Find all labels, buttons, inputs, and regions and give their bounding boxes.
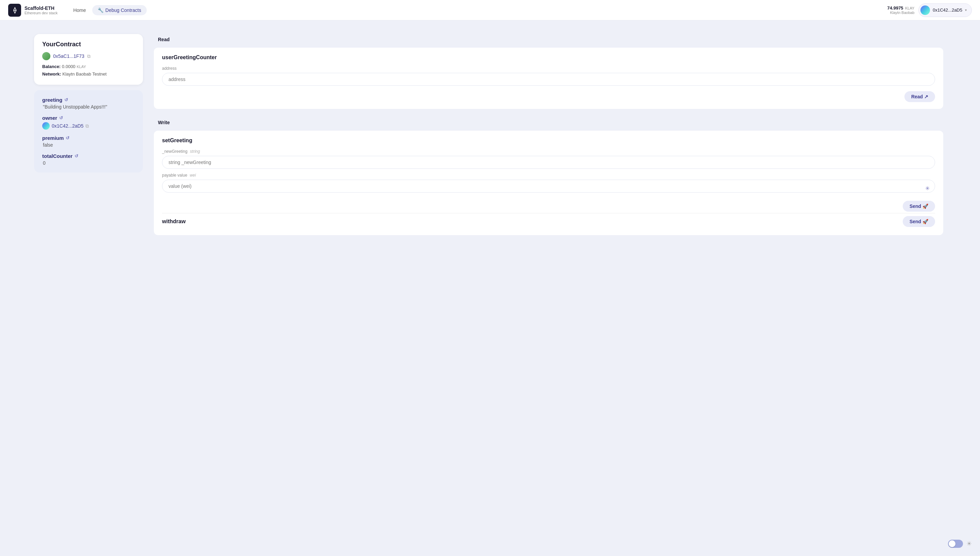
fn-address-param-label: address <box>162 66 935 71</box>
contract-balance: 0.0000 <box>62 64 76 69</box>
refresh-greeting-icon[interactable]: ↺ <box>64 97 68 102</box>
write-section: Write setGreeting _newGreeting string pa… <box>151 117 946 238</box>
copy-owner-icon[interactable]: ⧉ <box>86 123 89 129</box>
state-premium: premium ↺ false <box>42 135 135 148</box>
network-label: Network: <box>42 71 61 76</box>
total-counter-value: 0 <box>42 160 135 166</box>
fn-param2-label: payable value wei <box>162 173 935 178</box>
state-card: greeting ↺ "Building Unstoppable Apps!!!… <box>34 90 143 173</box>
send-btn-row: Send 🚀 <box>162 201 935 212</box>
write-tab-bar: Write <box>151 117 946 128</box>
write-tab[interactable]: Write <box>151 117 177 128</box>
header-right: 74.9975 KLAY Klaytn Baobab 0x1C42...2aD5… <box>888 3 972 17</box>
asterisk-icon: ✳ <box>925 185 930 192</box>
param1-type: string <box>190 149 200 154</box>
read-tab-bar: Read <box>151 34 946 45</box>
dark-mode-toggle[interactable] <box>948 540 963 548</box>
wallet-button[interactable]: 0x1C42...2aD5 ▾ <box>919 3 972 17</box>
left-panel: YourContract 0x5aC1...1F73 ⧉ Balance: 0.… <box>34 20 143 542</box>
owner-address: 0x1C42...2aD5 <box>52 123 83 129</box>
main-layout: YourContract 0x5aC1...1F73 ⧉ Balance: 0.… <box>0 0 980 556</box>
address-input[interactable] <box>162 73 935 86</box>
right-panel: Read userGreetingCounter address Read ↗ … <box>151 20 946 542</box>
withdraw-name: withdraw <box>162 218 186 225</box>
read-section: Read userGreetingCounter address Read ↗ <box>151 34 946 112</box>
owner-address-row: 0x1C42...2aD5 ⧉ <box>42 122 135 129</box>
premium-value: false <box>42 142 135 148</box>
logo-text: Scaffold-ETH Ethereum dev stack <box>24 5 58 15</box>
contract-card: YourContract 0x5aC1...1F73 ⧉ Balance: 0.… <box>34 34 143 85</box>
app-title: Scaffold-ETH <box>24 5 58 11</box>
withdraw-send-button[interactable]: Send 🚀 <box>903 216 935 227</box>
total-counter-label: totalCounter <box>42 153 73 159</box>
new-greeting-input[interactable] <box>162 156 935 169</box>
balance-info: 74.9975 KLAY Klaytn Baobab <box>888 5 915 15</box>
fn-user-greeting-counter-name: userGreetingCounter <box>162 55 935 61</box>
divider <box>162 213 935 213</box>
withdraw-row: withdraw Send 🚀 <box>162 215 935 228</box>
read-button[interactable]: Read ↗ <box>904 91 935 102</box>
contract-title: YourContract <box>42 41 135 48</box>
write-section-card: setGreeting _newGreeting string payable … <box>151 128 946 238</box>
contract-meta: Balance: 0.0000 KLAY Network: Klaytn Bao… <box>42 63 135 78</box>
wallet-avatar <box>920 5 930 15</box>
copy-icon[interactable]: ⧉ <box>87 53 91 59</box>
premium-label: premium <box>42 135 64 141</box>
network-value: Klaytn Baobab Testnet <box>62 71 107 76</box>
fn-set-greeting-name: setGreeting <box>162 137 935 144</box>
refresh-premium-icon[interactable]: ↺ <box>66 136 70 141</box>
send-greeting-button[interactable]: Send 🚀 <box>903 201 935 212</box>
sun-icon[interactable]: ☀ <box>966 540 972 548</box>
contract-address-row: 0x5aC1...1F73 ⧉ <box>42 52 135 60</box>
contract-balance-unit: KLAY <box>77 65 86 69</box>
debug-icon: 🔧 <box>98 8 103 13</box>
payable-wrapper: ✳ <box>162 179 935 197</box>
contract-avatar <box>42 52 50 60</box>
nav-debug-button[interactable]: 🔧 Debug Contracts <box>92 5 147 15</box>
header: ⟠ Scaffold-ETH Ethereum dev stack Home 🔧… <box>0 0 980 20</box>
greeting-label: greeting <box>42 97 62 103</box>
owner-label: owner <box>42 115 57 121</box>
wallet-address: 0x1C42...2aD5 <box>933 8 962 13</box>
param2-type: wei <box>189 173 196 178</box>
read-section-card: userGreetingCounter address Read ↗ <box>151 45 946 112</box>
debug-label: Debug Contracts <box>105 8 141 13</box>
payable-value-input[interactable] <box>162 179 935 192</box>
logo-area: ⟠ Scaffold-ETH Ethereum dev stack <box>8 4 58 17</box>
app-subtitle: Ethereum dev stack <box>24 11 58 15</box>
read-tab[interactable]: Read <box>151 34 176 45</box>
logo-icon: ⟠ <box>8 4 21 17</box>
balance-amount: 74.9975 <box>888 5 903 11</box>
state-total-counter: totalCounter ↺ 0 <box>42 153 135 166</box>
set-greeting-block: setGreeting _newGreeting string payable … <box>154 131 943 235</box>
read-btn-row: Read ↗ <box>162 91 935 102</box>
wallet-name: Klaytn Baobab <box>888 11 915 15</box>
state-greeting: greeting ↺ "Building Unstoppable Apps!!!… <box>42 97 135 110</box>
greeting-value: "Building Unstoppable Apps!!!" <box>42 104 135 110</box>
user-greeting-counter-block: userGreetingCounter address Read ↗ <box>154 48 943 109</box>
toggle-thumb <box>949 540 956 547</box>
balance-label: Balance: <box>42 64 61 69</box>
owner-avatar <box>42 122 50 129</box>
param2-label-text: payable value <box>162 173 187 178</box>
balance-unit: KLAY <box>905 6 914 10</box>
state-owner: owner ↺ 0x1C42...2aD5 ⧉ <box>42 115 135 129</box>
chevron-down-icon: ▾ <box>965 8 967 12</box>
refresh-owner-icon[interactable]: ↺ <box>59 115 63 120</box>
contract-address: 0x5aC1...1F73 <box>53 53 84 59</box>
param1-label-text: _newGreeting <box>162 149 188 154</box>
fn-param1-label: _newGreeting string <box>162 149 935 154</box>
bottom-right-controls: ☀ <box>948 540 972 548</box>
refresh-total-counter-icon[interactable]: ↺ <box>74 154 78 158</box>
nav-home[interactable]: Home <box>68 5 91 15</box>
